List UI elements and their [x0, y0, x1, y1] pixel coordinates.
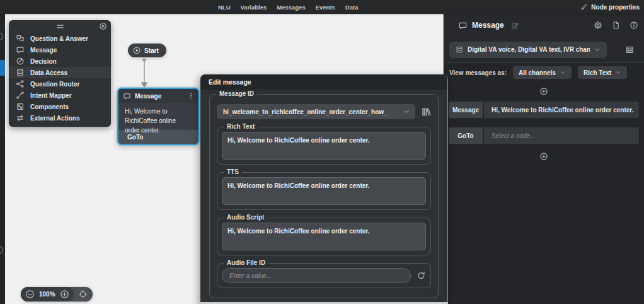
zoom-in-button[interactable] — [60, 289, 69, 299]
format-filter-dropdown[interactable]: Rich Text — [578, 66, 627, 79]
panel-top-section: Message — [444, 14, 644, 63]
palette-item-label: Question Router — [30, 81, 79, 88]
close-icon[interactable] — [99, 22, 107, 30]
edit-title-icon[interactable] — [511, 21, 519, 30]
palette-item-question-answer[interactable]: Question & Answer — [9, 33, 111, 44]
tab-data[interactable]: Data — [345, 4, 359, 11]
document-icon[interactable] — [612, 21, 620, 30]
connector-arrow — [134, 56, 154, 91]
top-tabs: NLU Variables Messages Events Data — [218, 0, 358, 14]
message-icon — [458, 21, 468, 30]
audio-file-id-group: Audio File ID — [217, 263, 431, 288]
palette-item-decision[interactable]: Decision — [9, 56, 111, 67]
panel-title: Message — [472, 21, 504, 30]
tab-variables[interactable]: Variables — [241, 4, 267, 11]
message-id-select[interactable]: hi_welcome_to_richicoffee_online_order_c… — [217, 104, 415, 119]
goto-row-key[interactable]: GoTo — [449, 127, 483, 144]
question-router-icon — [16, 79, 25, 88]
plus-circle-icon — [539, 87, 548, 96]
goto-row-value[interactable]: Select a node... — [484, 127, 639, 144]
top-bar: NLU Variables Messages Events Data Node … — [0, 0, 644, 14]
palette-header[interactable] — [9, 20, 111, 33]
node-properties-toggle[interactable]: Node properties — [580, 0, 640, 14]
rail-active-item[interactable] — [0, 60, 5, 76]
palette-item-message[interactable]: Message — [9, 44, 111, 56]
play-icon — [132, 46, 141, 55]
message-node-title: Message — [135, 93, 183, 100]
zoom-control-main: 100% — [21, 287, 74, 301]
message-row-key[interactable]: Message — [449, 102, 483, 118]
left-rail — [0, 14, 5, 304]
chevron-down-icon — [403, 108, 410, 115]
start-node-label: Start — [144, 47, 159, 54]
palette-item-data-access[interactable]: Data Access — [9, 67, 111, 78]
palette-item-label: Intent Mapper — [30, 92, 72, 99]
center-canvas-button[interactable] — [74, 289, 93, 299]
target-icon — [78, 289, 88, 299]
add-message-above[interactable] — [444, 84, 644, 99]
tts-label: TTS — [224, 168, 242, 175]
app-screen: Start Message Hi, Welcome to RichiCoffee… — [0, 0, 644, 304]
zoom-out-button[interactable] — [25, 289, 35, 299]
external-actions-icon — [16, 114, 25, 122]
gear-icon[interactable] — [594, 21, 602, 30]
plus-circle-icon — [539, 152, 548, 161]
chevron-down-icon — [615, 69, 621, 76]
rail-button-icon[interactable] — [0, 33, 3, 40]
start-node[interactable]: Start — [128, 44, 166, 57]
decision-icon — [16, 57, 25, 66]
rail-button-icon[interactable] — [0, 246, 3, 254]
palette-item-question-router[interactable]: Question Router — [9, 78, 111, 90]
message-node-header: Message — [118, 89, 198, 103]
rich-text-group: Rich Text Hi, Welcome to RichiCoffee onl… — [217, 127, 431, 165]
palette-item-components[interactable]: Components — [9, 101, 111, 112]
audio-script-input[interactable]: Hi, Welcome to RichiCoffee online order … — [222, 223, 426, 250]
add-message-below[interactable] — [444, 149, 644, 164]
message-icon — [123, 92, 131, 100]
palette-item-label: Message — [30, 47, 57, 54]
message-icon — [16, 45, 25, 54]
palette-item-intent-mapper[interactable]: Intent Mapper — [9, 90, 111, 101]
info-icon[interactable] — [630, 21, 638, 30]
channel-filter-value: All channels — [519, 69, 556, 76]
message-row-value[interactable]: Hi, Welcome to RichiCoffee online order … — [484, 102, 639, 118]
goto-row: GoTo Select a node... — [449, 127, 639, 144]
kebab-menu-icon[interactable] — [187, 92, 195, 100]
node-properties-panel: Message — [443, 14, 644, 304]
intent-mapper-icon — [16, 91, 25, 100]
message-node[interactable]: Message Hi, Welcome to RichiCoffee onlin… — [117, 88, 199, 145]
palette-item-external-actions[interactable]: External Actions — [9, 112, 111, 124]
zoom-level: 100% — [39, 291, 55, 298]
palette-item-label: Question & Answer — [30, 35, 88, 42]
drag-handle-icon[interactable] — [55, 23, 65, 30]
refresh-icon[interactable] — [417, 271, 426, 281]
tab-nlu[interactable]: NLU — [218, 4, 231, 11]
tts-input[interactable]: Hi, Welcome to RichiCoffee online order … — [222, 177, 426, 205]
view-messages-label: View messages as: — [449, 69, 507, 76]
audio-script-label: Audio Script — [224, 214, 267, 221]
view-messages-row: View messages as: All channels Rich Text — [444, 63, 644, 82]
edit-message-modal: Edit message Message ID hi_welcome_to_ri… — [200, 74, 448, 304]
rich-text-label: Rich Text — [224, 123, 258, 130]
palette-item-label: Decision — [30, 58, 57, 65]
library-icon[interactable] — [421, 107, 431, 117]
message-row: Message Hi, Welcome to RichiCoffee onlin… — [449, 102, 639, 118]
audio-file-id-label: Audio File ID — [224, 259, 268, 266]
tab-events[interactable]: Events — [316, 4, 335, 11]
message-node-body: Hi, Welcome to RichiCoffee online order … — [118, 103, 198, 130]
palette-item-label: Components — [30, 103, 69, 110]
table-view-icon[interactable] — [625, 45, 635, 54]
tab-messages[interactable]: Messages — [277, 4, 305, 11]
channel-select[interactable]: Digital VA voice, Digital VA text, IVR c… — [449, 42, 607, 58]
palette-item-label: External Actions — [30, 115, 80, 122]
audio-file-id-input[interactable] — [222, 268, 411, 283]
modal-title: Edit message — [200, 74, 447, 90]
components-icon — [16, 102, 25, 111]
panel-header: Message — [444, 14, 644, 37]
palette-item-label: Data Access — [30, 69, 67, 76]
rich-text-input[interactable]: Hi, Welcome to RichiCoffee online order … — [222, 132, 426, 160]
chevron-down-icon — [594, 46, 601, 54]
channel-filter-dropdown[interactable]: All channels — [513, 66, 572, 79]
message-id-value: hi_welcome_to_richicoffee_online_order_c… — [223, 108, 403, 115]
node-palette: Question & Answer Message Decision Data … — [9, 20, 111, 127]
